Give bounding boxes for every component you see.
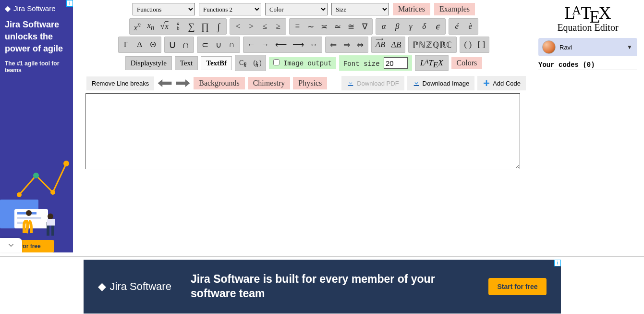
examples-button[interactable]: Examples — [434, 3, 475, 15]
remove-line-breaks-button[interactable]: Remove Line breaks — [86, 76, 154, 90]
download-image-button[interactable]: Download Image — [407, 76, 475, 90]
svg-rect-3 — [17, 217, 41, 219]
jira-icon: ◆ — [98, 280, 106, 293]
matrices-button[interactable]: Matrices — [393, 3, 430, 15]
symgroup-greek-lower: α β γ δ ϵ — [376, 18, 446, 35]
text-button[interactable]: Text — [175, 56, 198, 70]
latex-icon: LATEX — [420, 58, 443, 67]
ad-info-icon[interactable]: i — [66, 0, 73, 7]
sym-Larr[interactable]: ⇐ — [328, 40, 339, 50]
svg-point-7 — [50, 190, 55, 195]
sym-Gamma[interactable]: Γ — [121, 40, 132, 50]
ad-left-sidebar[interactable]: i ◆ Jira Software Jira Software unlocks … — [0, 0, 73, 252]
symgroup-numbersets: ℙℕℤℚℝℂ — [408, 37, 457, 53]
sym-delta[interactable]: δ — [418, 22, 430, 31]
user-name: Ravi — [559, 44, 572, 51]
sym-numbersets[interactable]: ℙℕℤℚℝℂ — [411, 40, 454, 50]
sym-LRarr[interactable]: ⇔ — [354, 40, 366, 50]
sym-frac[interactable]: ab — [172, 21, 184, 32]
image-output-checkbox[interactable] — [273, 59, 279, 65]
ad-bottom-cta-button[interactable]: Start for free — [488, 278, 546, 295]
svg-rect-11 — [47, 219, 55, 226]
sym-beta[interactable]: β — [391, 22, 403, 31]
latex-logo-button[interactable]: LATEX — [415, 55, 449, 71]
sym-longlarr[interactable]: ⟵ — [273, 40, 289, 50]
sym-cnk[interactable]: Ckn — [237, 59, 249, 67]
image-output-label: Image output — [283, 60, 332, 67]
sym-lt[interactable]: < — [232, 22, 243, 31]
select-color[interactable]: Color — [265, 3, 328, 15]
sym-paren[interactable]: ( ) — [462, 40, 474, 50]
sym-gammal[interactable]: γ — [405, 22, 416, 31]
undo-arrow-icon[interactable] — [157, 78, 172, 88]
sym-longrarr[interactable]: ⟶ — [291, 40, 306, 50]
sym-Rarr[interactable]: ⇒ — [341, 40, 352, 50]
textbf-button[interactable]: TextBf — [201, 56, 232, 70]
symgroup-double-arrows: ⇐ ⇒ ⇔ — [325, 37, 368, 53]
symgroup-brackets: ( ) [ ] — [460, 37, 489, 53]
fontsize-input[interactable] — [384, 57, 408, 69]
sym-xn-sup[interactable]: xn — [132, 21, 143, 33]
sym-prod[interactable]: ∏ — [199, 21, 211, 32]
sym-eps[interactable]: ϵ — [432, 22, 443, 32]
select-functions-2[interactable]: Functions 2 — [199, 3, 261, 15]
physics-button[interactable]: Physics — [293, 77, 327, 89]
symgroup-bigset: ∪ ∩ — [164, 37, 194, 53]
sym-sim[interactable]: ∼ — [305, 22, 316, 32]
download-icon — [413, 79, 420, 87]
ad-info-icon[interactable]: i — [554, 260, 561, 266]
sym-asymp[interactable]: ≍ — [318, 22, 330, 32]
sym-larr[interactable]: ← — [245, 40, 257, 50]
sym-lrarr[interactable]: ↔ — [308, 40, 320, 50]
avatar — [542, 40, 556, 54]
backgrounds-button[interactable]: Backgrounds — [194, 77, 244, 89]
sym-egrave[interactable]: è — [464, 22, 476, 31]
sym-gt[interactable]: > — [245, 22, 257, 31]
ad-bottom-brand: ◆ Jira Software — [98, 280, 171, 293]
ad-bottom-banner[interactable]: i ◆ Jira Software Jira Software is built… — [0, 256, 644, 314]
add-code-button[interactable]: Add Code — [477, 76, 526, 90]
image-output-toggle[interactable]: Image output — [269, 57, 336, 69]
svg-point-9 — [26, 210, 32, 216]
sym-rarr[interactable]: → — [259, 40, 271, 50]
ad-dismiss-chevron[interactable] — [0, 238, 22, 252]
sym-cap[interactable]: ∩ — [226, 40, 238, 50]
sym-bracket[interactable]: [ ] — [475, 40, 487, 50]
displaystyle-button[interactable]: Displaystyle — [125, 56, 172, 70]
sym-sum[interactable]: ∑ — [186, 21, 197, 32]
chemistry-button[interactable]: Chimestry — [248, 77, 291, 89]
sym-under-ab[interactable]: AB — [389, 40, 403, 50]
add-code-label: Add Code — [493, 80, 521, 87]
sym-subset[interactable]: ⊂ — [199, 40, 211, 50]
user-menu[interactable]: Ravi ▼ — [538, 38, 637, 56]
latex-editor-textarea[interactable] — [85, 93, 520, 169]
sym-int[interactable]: ∫ — [213, 21, 224, 32]
sym-eacute[interactable]: é — [451, 22, 462, 31]
sym-sqrt[interactable]: √x — [158, 22, 170, 31]
symgroup-arrows: ← → ⟵ ⟶ ↔ — [243, 37, 322, 53]
svg-point-8 — [63, 161, 69, 166]
sym-nabla[interactable]: ∇ — [359, 22, 370, 32]
download-pdf-button[interactable]: Download PDF — [341, 76, 404, 90]
sym-bigcap[interactable]: ∩ — [180, 38, 192, 51]
sym-alpha[interactable]: α — [378, 22, 389, 31]
ad-left-illustration — [0, 147, 73, 252]
sym-ge[interactable]: ≥ — [272, 22, 284, 31]
select-functions[interactable]: Functions — [133, 3, 195, 15]
select-size[interactable]: Size — [331, 3, 389, 15]
app-subtitle: Equation Editor — [538, 22, 637, 33]
sym-Theta[interactable]: Θ — [147, 40, 159, 50]
sym-binom[interactable]: (nk) — [251, 59, 263, 67]
sym-xn-sub[interactable]: xn — [145, 21, 157, 32]
sym-le[interactable]: ≤ — [259, 22, 270, 31]
sym-Delta[interactable]: Δ — [134, 40, 146, 50]
sym-simeq[interactable]: ≃ — [332, 22, 343, 32]
redo-arrow-icon[interactable] — [175, 78, 191, 88]
sym-cong[interactable]: ≅ — [345, 22, 357, 32]
sym-vec-ab[interactable]: ⟶AB — [374, 40, 388, 50]
symgroup-powers: xn xn √x ab ∑ ∏ ∫ — [129, 18, 227, 35]
sym-equiv[interactable]: ≡ — [292, 22, 303, 31]
sym-cup[interactable]: ∪ — [213, 40, 224, 50]
colors-button[interactable]: Colors — [451, 57, 483, 69]
sym-bigcup[interactable]: ∪ — [167, 38, 178, 51]
